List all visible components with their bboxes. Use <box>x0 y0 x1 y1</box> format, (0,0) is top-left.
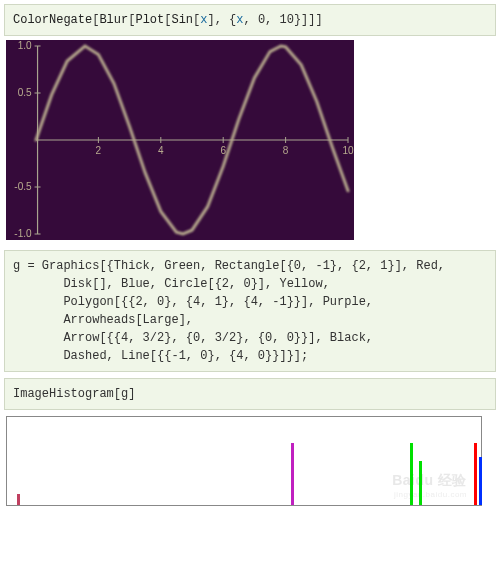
input-code-3[interactable]: ImageHistogram[g] <box>4 378 496 410</box>
cell-2: g = Graphics[{Thick, Green, Rectangle[{0… <box>4 250 496 372</box>
image-histogram: Baidu 经验 jingyan.baidu.com <box>6 416 482 506</box>
svg-text:-0.5: -0.5 <box>14 181 32 192</box>
svg-text:1.0: 1.0 <box>18 40 32 51</box>
cell-3: ImageHistogram[g] Baidu 经验 jingyan.baidu… <box>4 378 496 506</box>
sine-plot-negated: 246810-1.0-0.50.51.0 <box>6 40 354 240</box>
svg-text:0.5: 0.5 <box>18 87 32 98</box>
output-plot-1: 246810-1.0-0.50.51.0 <box>4 36 496 244</box>
histogram-spike <box>419 461 422 505</box>
watermark: Baidu 经验 jingyan.baidu.com <box>392 472 467 499</box>
cell-1: ColorNegate[Blur[Plot[Sin[x], {x, 0, 10}… <box>4 4 496 244</box>
svg-text:2: 2 <box>96 145 102 156</box>
svg-text:-1.0: -1.0 <box>14 228 32 239</box>
histogram-spike <box>17 494 20 505</box>
input-code-1[interactable]: ColorNegate[Blur[Plot[Sin[x], {x, 0, 10}… <box>4 4 496 36</box>
watermark-url: jingyan.baidu.com <box>392 490 467 499</box>
output-histogram: Baidu 经验 jingyan.baidu.com <box>4 410 496 506</box>
input-code-2[interactable]: g = Graphics[{Thick, Green, Rectangle[{0… <box>4 250 496 372</box>
histogram-spike <box>474 443 477 505</box>
watermark-text: Baidu 经验 <box>392 472 467 488</box>
histogram-spike <box>479 457 482 505</box>
histogram-spike <box>410 443 413 505</box>
histogram-spike <box>291 443 294 505</box>
svg-text:8: 8 <box>283 145 289 156</box>
svg-text:4: 4 <box>158 145 164 156</box>
svg-text:10: 10 <box>342 145 354 156</box>
svg-text:6: 6 <box>220 145 226 156</box>
